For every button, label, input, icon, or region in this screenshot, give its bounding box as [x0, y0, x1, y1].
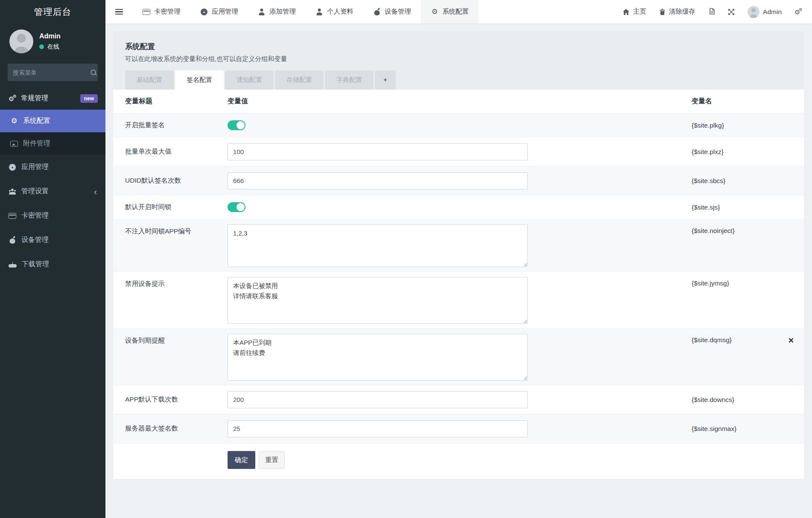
circle-caret-icon [200, 9, 208, 15]
top-nav-item-label: 添加管理 [269, 7, 296, 16]
config-value-cell [228, 420, 692, 437]
config-varname: {$site.dqmsg} [692, 334, 804, 344]
config-label: 设备到期提醒 [113, 334, 228, 345]
config-label: 禁用设备提示 [113, 277, 228, 288]
config-row-服务器最大签名数: 服务器最大签名数{$site.signmax} [113, 414, 804, 443]
toggle-switch-on[interactable] [228, 202, 245, 212]
config-table: 开启批量签名{$site.plkg}批量单次最大值{$site.plxz}UDI… [113, 113, 804, 443]
user-name: Admin [39, 32, 61, 40]
close-icon[interactable] [788, 337, 794, 344]
home-link[interactable]: 主页 [616, 0, 653, 23]
config-label: 开启批量签名 [113, 121, 228, 130]
sidebar-item-管理设置[interactable]: 管理设置‹ [0, 179, 105, 204]
config-row-UDID默认签名次数: UDID默认签名次数{$site.sbcs} [113, 166, 804, 195]
form-actions: 确定 重置 [113, 443, 804, 479]
column-header-varname: 变量名 [692, 97, 804, 106]
app-title: 管理后台 [0, 0, 105, 23]
top-nav-item-个人资料[interactable]: 个人资料 [306, 0, 363, 23]
gear-icon [10, 118, 18, 125]
config-varname: {$site.downcs} [692, 396, 804, 404]
reset-button[interactable]: 重置 [259, 451, 285, 469]
column-header-value: 变量值 [228, 97, 692, 106]
user-status-label: 在线 [47, 43, 59, 51]
config-row-开启批量签名: 开启批量签名{$site.plkg} [113, 113, 804, 137]
search-icon[interactable] [90, 69, 97, 76]
tab-字典配置[interactable]: 字典配置 [325, 70, 374, 90]
config-value-cell [228, 224, 692, 267]
top-nav-item-设备管理[interactable]: 设备管理 [363, 0, 421, 23]
submit-button[interactable]: 确定 [228, 451, 255, 469]
sidebar-item-label: 应用管理 [21, 163, 49, 172]
avatar [9, 29, 33, 53]
add-tab-button[interactable]: + [375, 70, 396, 90]
top-nav-item-label: 个人资料 [327, 7, 353, 16]
image-icon [10, 140, 18, 147]
config-input[interactable] [228, 391, 528, 408]
tab-存储配置[interactable]: 存储配置 [275, 70, 324, 90]
tab-通知配置[interactable]: 通知配置 [225, 70, 274, 90]
config-row-设备到期提醒: 设备到期提醒{$site.dqmsg} [113, 329, 804, 385]
sidebar-search[interactable] [8, 64, 98, 81]
config-label: 默认开启时间锁 [113, 203, 228, 212]
toggle-switch-on[interactable] [228, 120, 245, 130]
sidebar-item-系统配置[interactable]: 系统配置 [0, 110, 105, 132]
user-icon [258, 9, 266, 15]
trash-icon [659, 9, 666, 15]
top-nav-item-应用管理[interactable]: 应用管理 [190, 0, 248, 23]
search-input[interactable] [13, 69, 90, 76]
sidebar-section-general[interactable]: 常规管理 new [0, 84, 105, 110]
sidebar-item-设备管理[interactable]: 设备管理 [0, 228, 105, 252]
config-value-cell [228, 391, 692, 408]
sidebar-item-label: 卡密管理 [21, 211, 49, 220]
apple-icon [373, 9, 381, 15]
sidebar-item-卡密管理[interactable]: 卡密管理 [0, 204, 105, 228]
sidebar-item-应用管理[interactable]: 应用管理 [0, 155, 105, 179]
system-config-card: 系统配置 可以在此增改系统的变量和分组,也可以自定义分组和变量 基础配置签名配置… [113, 32, 804, 479]
fullscreen-button[interactable] [721, 0, 741, 23]
tab-签名配置[interactable]: 签名配置 [175, 70, 224, 90]
config-tabs: 基础配置签名配置通知配置存储配置字典配置+ [125, 70, 792, 90]
sidebar-submenu: 系统配置附件管理 [0, 110, 105, 155]
file-copy-icon [708, 8, 715, 15]
cogs-icon [9, 95, 16, 102]
config-textarea[interactable] [228, 224, 528, 267]
sidebar-toggle-button[interactable] [105, 0, 133, 23]
online-dot-icon [39, 44, 44, 49]
sidebar-item-label: 下载管理 [22, 260, 49, 269]
config-input[interactable] [228, 420, 528, 437]
config-label: APP默认下载次数 [113, 395, 228, 404]
config-varname: {$site.jymsg} [692, 277, 804, 287]
hamburger-icon [115, 9, 123, 15]
app-root: 管理后台 Admin 在线 常规管理 new 系统配置附件管理 应用管理管理设置… [0, 0, 812, 518]
config-value-cell [228, 202, 692, 212]
avatar [748, 6, 759, 18]
top-nav-item-添加管理[interactable]: 添加管理 [248, 0, 306, 23]
sidebar: 管理后台 Admin 在线 常规管理 new 系统配置附件管理 应用管理管理设置… [0, 0, 105, 518]
credit-card-icon [143, 9, 150, 15]
file-log-button[interactable] [702, 0, 721, 23]
user-menu[interactable]: Admin [741, 0, 788, 23]
top-nav-item-系统配置[interactable]: 系统配置 [421, 0, 479, 23]
config-textarea[interactable] [228, 334, 528, 381]
top-nav-item-label: 卡密管理 [154, 7, 181, 16]
config-input[interactable] [228, 172, 528, 189]
top-nav-item-label: 设备管理 [385, 7, 411, 16]
settings-button[interactable] [788, 0, 809, 23]
expand-icon [728, 9, 735, 15]
top-nav-item-卡密管理[interactable]: 卡密管理 [133, 0, 190, 23]
sidebar-item-附件管理[interactable]: 附件管理 [0, 132, 105, 155]
sidebar-item-label: 管理设置 [21, 187, 49, 196]
config-textarea[interactable] [228, 277, 528, 324]
config-value-cell [228, 277, 692, 324]
clear-cache-link[interactable]: 清除缓存 [653, 0, 702, 23]
home-icon [622, 9, 630, 15]
sidebar-menu: 应用管理管理设置‹卡密管理设备管理下载管理 [0, 155, 105, 276]
config-value-cell [228, 172, 692, 189]
tab-基础配置[interactable]: 基础配置 [125, 70, 174, 90]
main-area: 卡密管理应用管理添加管理个人资料设备管理系统配置 主页 清除缓存 [105, 0, 812, 518]
config-varname: {$site.sbcs} [692, 177, 804, 185]
config-value-cell [228, 120, 692, 130]
config-input[interactable] [228, 143, 528, 160]
sidebar-section-label: 常规管理 [21, 94, 48, 103]
sidebar-item-下载管理[interactable]: 下载管理 [0, 252, 105, 276]
